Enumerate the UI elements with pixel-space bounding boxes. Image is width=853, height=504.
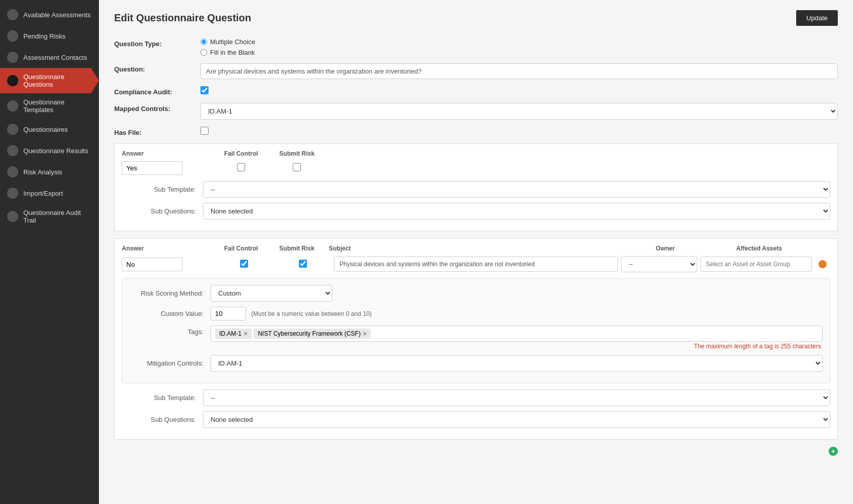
no-sub-questions-label: Sub Questions:: [122, 416, 203, 423]
sidebar-item-questionnaire-questions[interactable]: Questionnaire Questions: [0, 68, 99, 93]
mapped-controls-select[interactable]: ID.AM-1: [200, 103, 838, 120]
tag-remove-icon[interactable]: ×: [363, 330, 367, 337]
risk-details-section: Risk Scoring Method: Custom Custom Value…: [122, 278, 830, 383]
has-file-row: Has File:: [114, 127, 838, 136]
subject-input[interactable]: [334, 257, 618, 272]
yes-sub-questions-select[interactable]: None selected: [203, 203, 830, 220]
sidebar-item-questionnaire-templates[interactable]: Questionnaire Templates: [0, 93, 99, 119]
nav-circle-icon: [7, 211, 18, 222]
compliance-audit-label: Compliance Audit:: [114, 86, 200, 96]
no-fail-control-cell: [216, 260, 272, 269]
no-sub-template-content: --: [203, 389, 830, 406]
tags-row: Tags: ID.AM-1 × NIST Cybersecurity Frame…: [129, 326, 823, 350]
no-sub-questions-content: None selected: [203, 411, 830, 428]
custom-value-label: Custom Value:: [129, 310, 211, 317]
sidebar-item-import-export[interactable]: Import/Export: [0, 183, 99, 204]
add-row-button[interactable]: [829, 447, 838, 456]
question-row: Question:: [114, 63, 838, 79]
no-submit-col-header: Submit Risk: [269, 245, 325, 252]
has-file-content: [200, 127, 838, 136]
owner-col-header: Owner: [627, 245, 703, 252]
nav-circle-icon: [7, 166, 18, 177]
owner-select[interactable]: --: [621, 256, 697, 272]
yes-answer-input[interactable]: [122, 161, 183, 175]
no-sub-template-select[interactable]: --: [203, 389, 830, 406]
question-input[interactable]: [200, 63, 838, 79]
custom-value-content: (Must be a numeric value between 0 and 1…: [211, 307, 823, 320]
tags-content: ID.AM-1 × NIST Cybersecurity Framework (…: [211, 326, 823, 350]
update-button[interactable]: Update: [796, 10, 838, 26]
sidebar-item-questionnaire-audit-trail[interactable]: Questionnaire Audit Trail: [0, 204, 99, 229]
yes-sub-template-content: --: [203, 181, 830, 198]
tags-container[interactable]: ID.AM-1 × NIST Cybersecurity Framework (…: [211, 326, 823, 342]
has-file-checkbox[interactable]: [200, 127, 209, 135]
no-sub-template-label: Sub Template:: [122, 394, 203, 402]
compliance-audit-row: Compliance Audit:: [114, 86, 838, 96]
yes-sub-questions-content: None selected: [203, 203, 830, 220]
compliance-audit-content: [200, 86, 838, 96]
multiple-choice-option[interactable]: Multiple Choice: [200, 38, 838, 46]
no-submit-risk-checkbox[interactable]: [299, 260, 307, 268]
sidebar-label: Risk Analysis: [23, 168, 62, 176]
yes-sub-template-label: Sub Template:: [122, 186, 203, 193]
tag-label: NIST Cybersecurity Framework (CSF): [258, 330, 360, 337]
sidebar-label: Assessment Contacts: [23, 54, 87, 61]
tag-idam1: ID.AM-1 ×: [215, 329, 252, 339]
custom-value-row: Custom Value: (Must be a numeric value b…: [129, 307, 823, 320]
no-fail-control-checkbox[interactable]: [240, 260, 248, 268]
nav-circle-icon: [7, 52, 18, 63]
subject-col-header: Subject: [325, 245, 627, 252]
sidebar-label: Questionnaire Templates: [23, 98, 92, 114]
add-row-container: [114, 447, 838, 456]
nav-circle-icon: [7, 9, 18, 20]
sidebar-label: Pending Risks: [23, 32, 65, 40]
no-sub-questions-row: Sub Questions: None selected: [122, 411, 830, 428]
fill-blank-option[interactable]: Fill in the Blank: [200, 49, 838, 56]
no-sub-template-row: Sub Template: --: [122, 389, 830, 406]
nav-circle-icon: [7, 100, 18, 112]
risk-scoring-content: Custom: [211, 285, 823, 302]
multiple-choice-radio[interactable]: [200, 39, 207, 45]
no-answer-col-header: Answer: [122, 245, 213, 252]
sidebar-item-questionnaires[interactable]: Questionnaires: [0, 119, 99, 140]
nav-circle-icon: [7, 30, 18, 42]
yes-submit-risk-checkbox[interactable]: [293, 163, 301, 171]
no-answer-input[interactable]: [122, 258, 183, 271]
assets-input[interactable]: [700, 257, 812, 272]
risk-scoring-label: Risk Scoring Method:: [129, 290, 211, 297]
sidebar-item-pending-risks[interactable]: Pending Risks: [0, 25, 99, 47]
mitigation-select[interactable]: ID.AM-1: [211, 355, 823, 372]
no-fail-col-header: Fail Control: [213, 245, 269, 252]
fill-blank-radio[interactable]: [200, 49, 207, 56]
sidebar-item-available-assessments[interactable]: Available Assessments: [0, 4, 99, 25]
affected-assets-col-header: Affected Assets: [703, 245, 815, 252]
yes-sub-questions-label: Sub Questions:: [122, 207, 203, 215]
sidebar-item-assessment-contacts[interactable]: Assessment Contacts: [0, 47, 99, 68]
mitigation-row: Mitigation Controls: ID.AM-1: [129, 355, 823, 372]
has-file-label: Has File:: [114, 127, 200, 136]
yes-sub-questions-row: Sub Questions: None selected: [122, 203, 830, 220]
custom-value-input[interactable]: [211, 307, 246, 320]
sidebar-label: Questionnaires: [23, 126, 67, 133]
yes-sub-template-select[interactable]: --: [203, 181, 830, 198]
question-label: Question:: [114, 63, 200, 73]
sidebar-item-risk-analysis[interactable]: Risk Analysis: [0, 161, 99, 183]
mapped-controls-row: Mapped Controls: ID.AM-1: [114, 103, 838, 120]
nav-circle-icon: [7, 75, 18, 86]
mapped-controls-label: Mapped Controls:: [114, 103, 200, 113]
mapped-controls-content: ID.AM-1: [200, 103, 838, 120]
tag-remove-icon[interactable]: ×: [244, 330, 248, 337]
sidebar-label: Questionnaire Audit Trail: [23, 209, 92, 224]
page-header: Edit Questionnaire Question Update: [114, 10, 838, 26]
compliance-audit-checkbox[interactable]: [200, 86, 209, 94]
yes-fail-control-checkbox[interactable]: [237, 163, 245, 171]
sidebar-label: Import/Export: [23, 190, 63, 197]
fill-blank-label: Fill in the Blank: [210, 49, 255, 56]
fail-control-col-header: Fail Control: [213, 150, 269, 157]
question-type-content: Multiple Choice Fill in the Blank: [200, 38, 838, 56]
no-sub-questions-select[interactable]: None selected: [203, 411, 830, 428]
sidebar-item-questionnaire-results[interactable]: Questionnaire Results: [0, 140, 99, 161]
tags-error-text: The maximum length of a tag is 255 chara…: [211, 343, 823, 350]
tag-nist: NIST Cybersecurity Framework (CSF) ×: [254, 329, 371, 339]
risk-scoring-select[interactable]: Custom: [211, 285, 332, 302]
